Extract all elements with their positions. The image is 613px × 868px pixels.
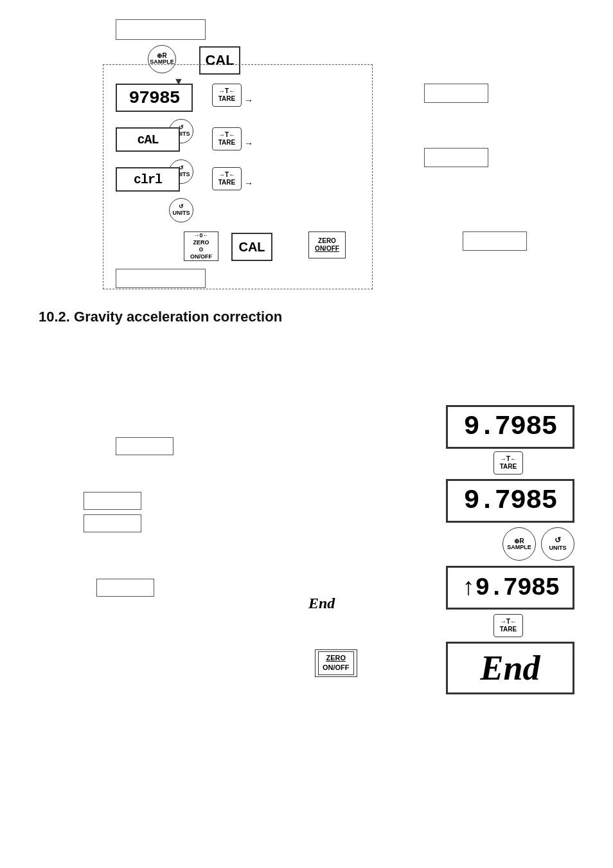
zero-onoff-button-bottom[interactable]: ZERO ON/OFF — [315, 649, 357, 677]
tare-button-right-2[interactable]: →T← TARE — [493, 614, 523, 637]
sample-button-bottom[interactable]: ⊕R SAMPLE — [502, 527, 536, 561]
arrow-right-1: → — [244, 95, 253, 105]
zero-onoff-line1: ZERO — [323, 653, 350, 663]
display-end-bottom: End — [446, 642, 574, 694]
tare-button-1[interactable]: →T← TARE — [212, 84, 242, 107]
units-button-bottom[interactable]: ↺ UNITS — [541, 527, 574, 561]
arrow-right-2: → — [244, 138, 253, 149]
blank-rect-right-2 — [424, 148, 488, 167]
sample-units-row: ⊕R SAMPLE ↺ UNITS — [502, 527, 574, 561]
section-heading: 10.2. Gravity acceleration correction — [39, 309, 282, 325]
blank-rect-b3 — [84, 514, 141, 532]
display-cal: cAL — [116, 127, 180, 152]
display-97985-bottom-1: 9.7985 — [446, 405, 574, 449]
tare-button-3[interactable]: →T← TARE — [212, 167, 242, 190]
units-button-3[interactable]: ↺ UNITS — [169, 198, 193, 222]
arrow-indicator-1: ▼ — [173, 76, 184, 87]
blank-rect-bottom-left — [116, 269, 206, 288]
blank-rect-b1 — [116, 437, 173, 455]
zero-onoff-line2: ON/OFF — [323, 663, 350, 673]
display-97985-bottom-3: ↑9.7985 — [446, 566, 574, 610]
blank-rect-right-3 — [463, 231, 527, 251]
display-97985-top: 97985 — [116, 84, 193, 112]
blank-rect-top — [116, 19, 206, 40]
tare-button-2[interactable]: →T← TARE — [212, 127, 242, 150]
arrow-right-3: → — [244, 178, 253, 188]
display-97985-bottom-2: 9.7985 — [446, 479, 574, 523]
display-clrl: clrl — [116, 167, 180, 192]
blank-rect-b2 — [84, 492, 141, 510]
zero-onoff-button-standalone[interactable]: ZERO ON/OFF — [308, 231, 346, 258]
blank-rect-b4 — [96, 579, 154, 597]
zero-onoff-button-compound[interactable]: →0← ZERO ⊙ ON/OFF — [184, 231, 218, 261]
blank-rect-right-1 — [424, 84, 488, 103]
cal-button-bottom[interactable]: CAL — [231, 233, 272, 261]
tare-button-right-1[interactable]: →T← TARE — [493, 451, 523, 475]
end-text-left: End — [308, 595, 335, 612]
